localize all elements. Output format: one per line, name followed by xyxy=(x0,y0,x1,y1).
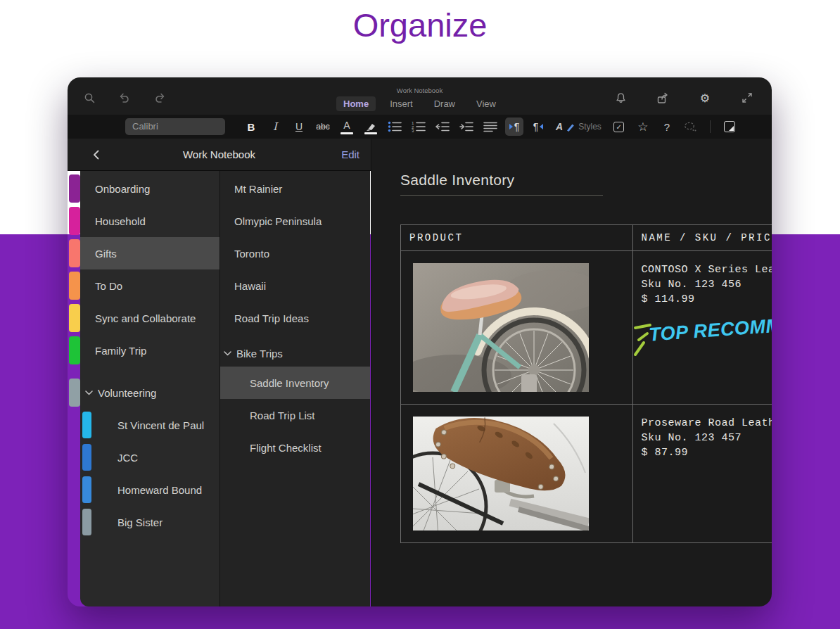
page-item[interactable]: Road Trip Ideas xyxy=(220,302,370,334)
page-title[interactable]: Saddle Inventory xyxy=(400,172,772,189)
saddle-photo-teal-bike xyxy=(413,263,589,392)
title-bar: Work Notebook Home Insert Draw View ⚙ xyxy=(68,77,772,115)
section-item[interactable]: To Do xyxy=(80,269,219,302)
section-tab[interactable] xyxy=(69,207,80,235)
inventory-table: PRODUCT NAME / SKU / PRICE xyxy=(400,224,772,543)
table-header-name-sku-price: NAME / SKU / PRICE xyxy=(632,225,772,251)
section-group-label: Volunteering xyxy=(98,387,156,399)
page-item[interactable]: Hawaii xyxy=(220,269,370,302)
styles-label: Styles xyxy=(578,122,602,132)
page-item[interactable]: Toronto xyxy=(220,237,370,269)
saddle-photo-brown-leather xyxy=(413,417,589,530)
edit-button[interactable]: Edit xyxy=(341,148,359,160)
settings-gear-icon[interactable]: ⚙ xyxy=(696,89,714,107)
page-item[interactable]: Mt Rainier xyxy=(220,172,370,205)
strikethrough-button[interactable]: abc xyxy=(314,117,332,136)
tab-view[interactable]: View xyxy=(469,96,503,111)
sections-pane: Onboarding Household Gifts To Do Sync an… xyxy=(80,171,220,606)
notebook-title: Work Notebook xyxy=(68,148,371,160)
table-row: Proseware Road Leather Sku No. 123 457 $… xyxy=(401,405,772,543)
font-color-button[interactable]: A xyxy=(338,117,356,136)
page-panel-button[interactable] xyxy=(720,117,739,136)
section-item[interactable]: Sync and Collaborate xyxy=(80,302,219,334)
hero-title: Organize xyxy=(0,6,840,44)
page-group[interactable]: Bike Trips xyxy=(220,340,370,367)
chevron-down-icon xyxy=(85,390,93,395)
section-color-tab xyxy=(82,444,91,471)
section-item-child[interactable]: St Vincent de Paul xyxy=(80,409,219,441)
notifications-bell-icon[interactable] xyxy=(611,89,630,107)
product-sku: Sku No. 123 456 xyxy=(642,277,772,292)
section-item-selected[interactable]: Gifts xyxy=(80,237,219,269)
page-item[interactable]: Olmypic Peninsula xyxy=(220,205,370,237)
section-item-child[interactable]: Big Sister xyxy=(80,506,219,538)
section-tab[interactable] xyxy=(69,174,80,203)
help-button[interactable]: ? xyxy=(658,117,676,136)
product-name: CONTOSO X Series Leather xyxy=(642,262,772,277)
share-icon[interactable] xyxy=(654,89,672,107)
section-item-label: Big Sister xyxy=(117,516,163,528)
styles-a-icon: A xyxy=(556,121,563,132)
align-button[interactable] xyxy=(481,117,499,136)
page-canvas[interactable]: Saddle Inventory PRODUCT NAME / SKU / PR… xyxy=(371,139,772,606)
product-name: Proseware Road Leather xyxy=(642,416,772,431)
notebook-header: Work Notebook Edit xyxy=(68,139,371,171)
section-tab[interactable] xyxy=(69,304,80,332)
product-sku: Sku No. 123 457 xyxy=(642,431,772,445)
italic-button[interactable]: I xyxy=(266,117,284,136)
section-group[interactable]: Volunteering xyxy=(80,376,219,409)
svg-text:3: 3 xyxy=(412,129,414,132)
section-item[interactable]: Family Trip xyxy=(80,334,219,367)
section-color-tab xyxy=(82,412,91,438)
section-item-label: St Vincent de Paul xyxy=(117,419,204,431)
section-color-tab xyxy=(82,476,91,503)
page-item[interactable]: Road Trip List xyxy=(220,399,370,431)
bullet-list-button[interactable] xyxy=(386,117,404,136)
todo-checkbox-button[interactable]: ✓ xyxy=(610,117,628,136)
section-tab[interactable] xyxy=(69,336,80,364)
underline-button[interactable]: U xyxy=(290,117,308,136)
onenote-window: Work Notebook Home Insert Draw View ⚙ Ca… xyxy=(68,77,772,606)
section-item[interactable]: Onboarding xyxy=(80,172,219,205)
highlighter-button[interactable] xyxy=(362,117,380,136)
back-chevron-icon[interactable] xyxy=(93,150,99,160)
paragraph-rtl-button[interactable]: ¶ xyxy=(529,117,547,136)
page-item[interactable]: Flight Checklist xyxy=(220,431,370,464)
section-item-child[interactable]: Homeward Bound xyxy=(80,474,219,506)
page-group-label: Bike Trips xyxy=(236,348,283,360)
paragraph-ltr-button[interactable]: ¶ xyxy=(505,117,523,136)
table-header-product: PRODUCT xyxy=(401,225,633,251)
bold-button[interactable]: B xyxy=(242,117,260,136)
page-title-underline xyxy=(400,195,603,196)
product-price: $ 87.99 xyxy=(642,445,772,460)
ink-annotation: TOP RECOMMEND xyxy=(649,318,772,340)
section-item-label: Homeward Bound xyxy=(117,484,202,496)
section-item[interactable]: Household xyxy=(80,205,219,237)
section-tab[interactable] xyxy=(69,272,80,300)
indent-button[interactable] xyxy=(457,117,476,136)
section-tab-rail xyxy=(68,171,80,606)
page-item-selected[interactable]: Saddle Inventory xyxy=(220,367,370,399)
section-color-tab xyxy=(82,509,91,535)
star-button[interactable]: ☆ xyxy=(634,117,652,136)
ink-annotation-text: TOP RECOMMEND xyxy=(648,312,772,345)
section-tab[interactable] xyxy=(69,239,80,267)
section-tab[interactable] xyxy=(69,379,80,407)
numbered-list-button[interactable]: 123 xyxy=(409,117,428,136)
outdent-button[interactable] xyxy=(433,117,452,136)
section-item-label: JCC xyxy=(117,452,138,464)
styles-button[interactable]: A Styles xyxy=(556,121,602,132)
pages-pane: Mt Rainier Olmypic Peninsula Toronto Haw… xyxy=(220,171,370,606)
notebook-name-label: Work Notebook xyxy=(397,87,443,94)
table-row: CONTOSO X Series Leather Sku No. 123 456… xyxy=(401,251,772,405)
tab-insert[interactable]: Insert xyxy=(383,96,420,111)
ribbon-tabs: Home Insert Draw View xyxy=(336,96,503,111)
expand-icon[interactable] xyxy=(738,89,756,107)
formatting-toolbar: Calibri B I U abc A 123 ¶ ¶ A xyxy=(68,115,772,139)
lasso-icon[interactable] xyxy=(682,117,700,136)
tab-draw[interactable]: Draw xyxy=(427,96,462,111)
chevron-down-icon xyxy=(224,351,231,356)
tab-home[interactable]: Home xyxy=(336,96,376,111)
section-item-child[interactable]: JCC xyxy=(80,441,219,474)
font-name-picker[interactable]: Calibri xyxy=(125,118,225,135)
